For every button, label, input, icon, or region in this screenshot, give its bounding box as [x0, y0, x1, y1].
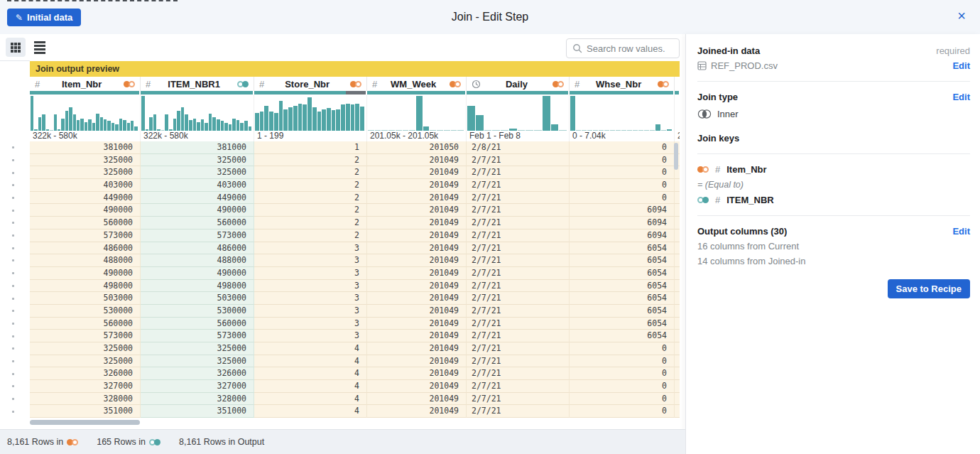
cell-WM_Week[interactable]: 201049	[367, 305, 467, 318]
cell-R[interactable]	[675, 292, 680, 305]
cell-Store_Nbr[interactable]: 2	[254, 217, 367, 229]
cell-R[interactable]	[675, 393, 680, 406]
cell-WM_Week[interactable]: 201049	[367, 393, 467, 406]
table-row[interactable]: 48800048800032010492/7/216054	[30, 254, 680, 267]
cell-R[interactable]	[675, 179, 680, 192]
cell-Item_Nbr[interactable]: 325000	[30, 154, 141, 167]
initial-data-button[interactable]: ✎ Initial data	[7, 9, 81, 26]
cell-Whse_Nbr[interactable]: 0	[570, 380, 675, 393]
table-row[interactable]: 49000049000022010492/7/216094	[30, 204, 680, 217]
cell-Whse_Nbr[interactable]: 0	[570, 141, 675, 154]
cell-ITEM_NBR1[interactable]: 560000	[141, 318, 254, 330]
cell-Item_Nbr[interactable]: 328000	[30, 393, 141, 406]
cell-R[interactable]	[675, 192, 680, 205]
vertical-scrollbar[interactable]	[674, 143, 678, 170]
cell-WM_Week[interactable]: 201049	[367, 254, 467, 267]
table-row[interactable]: 49000049000032010492/7/216054	[30, 267, 680, 280]
cell-ITEM_NBR1[interactable]: 325000	[141, 355, 254, 368]
cell-Item_Nbr[interactable]: 325000	[30, 355, 141, 368]
cell-R[interactable]	[675, 280, 680, 293]
cell-ITEM_NBR1[interactable]: 498000	[141, 280, 254, 293]
table-row[interactable]: 44900044900022010492/7/210	[30, 192, 680, 205]
cell-Daily[interactable]: 2/7/21	[467, 242, 570, 255]
cell-Whse_Nbr[interactable]: 6054	[570, 254, 675, 267]
cell-R[interactable]	[675, 355, 680, 368]
cell-Whse_Nbr[interactable]: 6094	[570, 204, 675, 217]
table-row[interactable]: 40300040300022010492/7/210	[30, 179, 680, 192]
cell-WM_Week[interactable]: 201049	[367, 380, 467, 393]
cell-WM_Week[interactable]: 201049	[367, 192, 467, 205]
cell-ITEM_NBR1[interactable]: 327000	[141, 380, 254, 393]
cell-R[interactable]	[675, 204, 680, 217]
cell-Item_Nbr[interactable]: 351000	[30, 405, 141, 418]
edit-joined-in-link[interactable]: Edit	[952, 60, 970, 71]
table-row[interactable]: 57300057300022010492/7/216094	[30, 229, 680, 242]
cell-Daily[interactable]: 2/7/21	[467, 204, 570, 217]
cell-Whse_Nbr[interactable]: 6054	[570, 318, 675, 330]
cell-Store_Nbr[interactable]: 3	[254, 242, 367, 255]
table-row[interactable]: 49800049800032010492/7/216054	[30, 280, 680, 293]
cell-Store_Nbr[interactable]: 3	[254, 254, 367, 267]
cell-WM_Week[interactable]: 201049	[367, 166, 467, 179]
cell-Daily[interactable]: 2/7/21	[467, 179, 570, 192]
cell-Store_Nbr[interactable]: 4	[254, 355, 367, 368]
cell-Store_Nbr[interactable]: 2	[254, 179, 367, 192]
table-row[interactable]: 32500032500042010492/7/210	[30, 342, 680, 355]
cell-R[interactable]	[675, 254, 680, 267]
table-row[interactable]: 32500032500022010492/7/210	[30, 166, 680, 179]
cell-WM_Week[interactable]: 201049	[367, 179, 467, 192]
cell-Daily[interactable]: 2/7/21	[467, 367, 570, 380]
cell-Whse_Nbr[interactable]: 0	[570, 355, 675, 368]
cell-Store_Nbr[interactable]: 2	[254, 204, 367, 217]
cell-WM_Week[interactable]: 201049	[367, 355, 467, 368]
table-row[interactable]: 50300050300032010492/7/216054	[30, 292, 680, 305]
cell-R[interactable]	[675, 267, 680, 280]
cell-Whse_Nbr[interactable]: 0	[570, 405, 675, 418]
column-histogram-Whse_Nbr[interactable]	[570, 94, 675, 131]
column-header-Whse_Nbr[interactable]: #Whse_Nbr	[570, 77, 675, 91]
cell-Item_Nbr[interactable]: 530000	[30, 305, 141, 318]
cell-ITEM_NBR1[interactable]: 381000	[141, 141, 254, 154]
cell-Item_Nbr[interactable]: 560000	[30, 217, 141, 229]
cell-ITEM_NBR1[interactable]: 503000	[141, 292, 254, 305]
cell-Item_Nbr[interactable]: 488000	[30, 254, 141, 267]
cell-Store_Nbr[interactable]: 3	[254, 330, 367, 342]
cell-Whse_Nbr[interactable]: 6054	[570, 280, 675, 293]
cell-ITEM_NBR1[interactable]: 449000	[141, 192, 254, 205]
cell-Item_Nbr[interactable]: 449000	[30, 192, 141, 205]
table-row[interactable]: 48600048600032010492/7/216054	[30, 242, 680, 255]
cell-Item_Nbr[interactable]: 325000	[30, 342, 141, 355]
cell-Whse_Nbr[interactable]: 6054	[570, 330, 675, 342]
cell-Daily[interactable]: 2/7/21	[467, 305, 570, 318]
cell-Item_Nbr[interactable]: 486000	[30, 242, 141, 255]
cell-Daily[interactable]: 2/7/21	[467, 254, 570, 267]
cell-Daily[interactable]: 2/7/21	[467, 166, 570, 179]
cell-ITEM_NBR1[interactable]: 351000	[141, 405, 254, 418]
cell-Whse_Nbr[interactable]: 6054	[570, 242, 675, 255]
cell-Daily[interactable]: 2/8/21	[467, 141, 570, 154]
cell-Whse_Nbr[interactable]: 6054	[570, 267, 675, 280]
column-header-Store_Nbr[interactable]: #Store_Nbr	[254, 77, 367, 91]
table-row[interactable]: 38100038100012010502/8/210	[30, 141, 680, 154]
table-row[interactable]: 32500032500042010492/7/210	[30, 355, 680, 368]
cell-Store_Nbr[interactable]: 3	[254, 267, 367, 280]
cell-ITEM_NBR1[interactable]: 573000	[141, 330, 254, 342]
cell-WM_Week[interactable]: 201049	[367, 217, 467, 229]
column-header-Daily[interactable]: Daily	[467, 77, 570, 91]
cell-WM_Week[interactable]: 201049	[367, 330, 467, 342]
cell-ITEM_NBR1[interactable]: 490000	[141, 204, 254, 217]
edit-output-columns-link[interactable]: Edit	[952, 226, 970, 237]
cell-R[interactable]	[675, 405, 680, 418]
cell-Whse_Nbr[interactable]: 0	[570, 393, 675, 406]
cell-Whse_Nbr[interactable]: 0	[570, 192, 675, 205]
cell-ITEM_NBR1[interactable]: 486000	[141, 242, 254, 255]
table-row[interactable]: 32600032600042010492/7/210	[30, 367, 680, 380]
close-icon[interactable]: ×	[953, 7, 970, 24]
cell-Store_Nbr[interactable]: 3	[254, 305, 367, 318]
cell-ITEM_NBR1[interactable]: 403000	[141, 179, 254, 192]
cell-Item_Nbr[interactable]: 573000	[30, 330, 141, 342]
edit-join-type-link[interactable]: Edit	[952, 92, 970, 102]
grid-view-toggle[interactable]	[6, 38, 26, 57]
cell-Daily[interactable]: 2/7/21	[467, 393, 570, 406]
search-box[interactable]	[566, 38, 680, 58]
